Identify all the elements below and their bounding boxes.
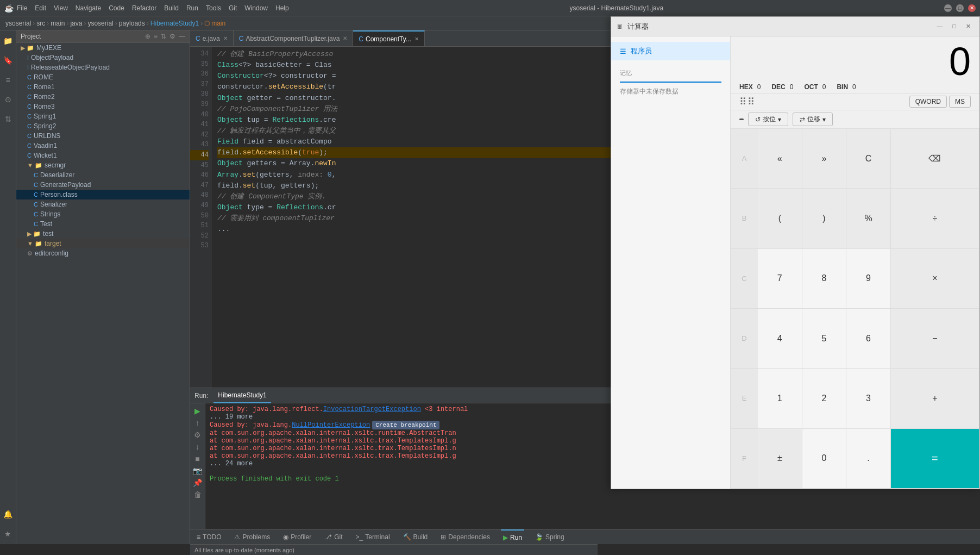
run-trash-icon[interactable]: 🗑 xyxy=(194,490,202,499)
qword-button[interactable]: QWORD xyxy=(909,96,947,108)
breakpoint-tooltip[interactable]: Create breakpoint xyxy=(372,421,439,429)
close-button[interactable]: ✕ xyxy=(968,4,976,12)
menu-run[interactable]: Run xyxy=(186,4,198,12)
tree-item-serializer[interactable]: C Serializer xyxy=(16,199,190,209)
menu-build[interactable]: Build xyxy=(164,4,179,12)
ms-button[interactable]: MS xyxy=(949,96,971,108)
letter-e[interactable]: E xyxy=(731,369,758,428)
minimize-button[interactable]: — xyxy=(944,4,952,12)
restore-button[interactable]: □ xyxy=(956,4,964,12)
menu-git[interactable]: Git xyxy=(229,4,237,12)
tab-run[interactable]: ▶ Run xyxy=(501,529,524,545)
tab-todo[interactable]: ≡ TODO xyxy=(194,529,223,545)
calc-multiply[interactable]: × xyxy=(891,249,979,309)
breadcrumb-item[interactable]: main xyxy=(51,20,65,27)
calc-5[interactable]: 5 xyxy=(802,309,847,369)
shift-button[interactable]: ⇄ 位移 ▾ xyxy=(793,113,833,126)
tree-item-rome1[interactable]: C Rome1 xyxy=(16,82,190,92)
tab-close[interactable]: ✕ xyxy=(343,35,347,41)
letter-f[interactable]: F xyxy=(731,429,758,489)
sidebar-bookmark-icon[interactable]: 🔖 xyxy=(2,54,14,66)
project-settings-icon[interactable]: ⚙ xyxy=(169,33,175,40)
calc-1[interactable]: 1 xyxy=(758,369,802,428)
tree-item-spring2[interactable]: C Spring2 xyxy=(16,121,190,131)
tree-item-rome3[interactable]: C Rome3 xyxy=(16,102,190,111)
project-collapse-icon[interactable]: ≡ xyxy=(154,33,158,40)
tree-item-strings[interactable]: C Strings xyxy=(16,209,190,219)
tree-item-editorconfig[interactable]: ⚙ editorconfig xyxy=(16,248,190,258)
tab-close[interactable]: ✕ xyxy=(414,36,419,42)
breadcrumb-item[interactable]: src xyxy=(36,20,45,27)
project-minimize-icon[interactable]: — xyxy=(179,33,185,40)
tree-item-wicket1[interactable]: C Wicket1 xyxy=(16,151,190,160)
sidebar-notifications-icon[interactable]: 🔔 xyxy=(2,508,14,520)
breadcrumb-item[interactable]: ⬡ xyxy=(204,20,210,27)
breadcrumb-item[interactable]: main xyxy=(211,20,225,27)
sidebar-project-icon[interactable]: 📁 xyxy=(2,35,14,47)
tree-item-test-class[interactable]: C Test xyxy=(16,219,190,229)
letter-a[interactable]: A xyxy=(731,129,758,189)
run-settings-icon[interactable]: ⚙ xyxy=(194,431,201,439)
sidebar-favorites-icon[interactable]: ★ xyxy=(2,528,14,540)
calc-restore-button[interactable]: □ xyxy=(949,22,959,31)
breadcrumb-item[interactable]: payloads xyxy=(119,20,145,27)
tree-item-spring1[interactable]: C Spring1 xyxy=(16,111,190,121)
tree-item-vaadin1[interactable]: C Vaadin1 xyxy=(16,141,190,151)
tree-item-deserializer[interactable]: C Deserializer xyxy=(16,170,190,180)
sidebar-pull-icon[interactable]: ⇅ xyxy=(2,113,14,125)
breadcrumb-item[interactable]: ysoserial xyxy=(5,20,31,27)
calc-8[interactable]: 8 xyxy=(802,249,847,309)
menu-view[interactable]: View xyxy=(54,4,68,12)
calc-3[interactable]: 3 xyxy=(846,369,891,428)
menu-edit[interactable]: Edit xyxy=(35,4,46,12)
calc-modulo[interactable]: % xyxy=(846,189,891,248)
project-sort-icon[interactable]: ⇅ xyxy=(161,33,166,40)
sidebar-commit-icon[interactable]: ⊙ xyxy=(2,93,14,105)
run-stop-icon[interactable]: ■ xyxy=(195,454,199,463)
tab-profiler[interactable]: ◉ Profiler xyxy=(281,529,313,545)
calc-equals[interactable]: = xyxy=(891,429,979,489)
tree-item-test-folder[interactable]: ▶ 📁 test xyxy=(16,229,190,239)
menu-help[interactable]: Help xyxy=(275,4,289,12)
tab-problems[interactable]: ⚠ Problems xyxy=(232,529,272,545)
calc-open-paren[interactable]: ( xyxy=(758,189,802,248)
tree-item-generatepayload[interactable]: C GeneratePayload xyxy=(16,180,190,190)
run-up-icon[interactable]: ↑ xyxy=(196,419,199,427)
calc-6[interactable]: 6 xyxy=(846,309,891,369)
menu-refactor[interactable]: Refactor xyxy=(132,4,156,12)
calc-subtract[interactable]: − xyxy=(891,309,979,369)
tab-e-java[interactable]: C e.java ✕ xyxy=(190,30,234,47)
calc-plusminus[interactable]: ± xyxy=(758,429,802,489)
calc-backspace[interactable]: ⌫ xyxy=(891,129,979,189)
run-camera-icon[interactable]: 📷 xyxy=(193,466,202,475)
calc-7[interactable]: 7 xyxy=(758,249,802,309)
letter-c[interactable]: C xyxy=(731,249,758,309)
tree-item-objectpayload[interactable]: I ObjectPayload xyxy=(16,53,190,63)
breadcrumb-item[interactable]: ysoserial xyxy=(87,20,113,27)
project-locate-icon[interactable]: ⊕ xyxy=(145,33,150,40)
tab-dependencies[interactable]: ⊞ Dependencies xyxy=(438,529,492,545)
tree-item-releaseable[interactable]: I ReleaseableObjectPayload xyxy=(16,63,190,72)
menu-file[interactable]: File xyxy=(17,4,27,12)
menu-code[interactable]: Code xyxy=(109,4,124,12)
calc-add[interactable]: + xyxy=(891,369,979,428)
menu-tools[interactable]: Tools xyxy=(206,4,221,12)
menu-navigate[interactable]: Navigate xyxy=(76,4,101,12)
calc-9[interactable]: 9 xyxy=(846,249,891,309)
letter-d[interactable]: D xyxy=(731,309,758,369)
tab-abstract[interactable]: C AbstractComponentTuplizer.java ✕ xyxy=(234,30,354,47)
breadcrumb-item[interactable]: java xyxy=(70,20,82,27)
tree-item-myJEXE[interactable]: ▶ 📁 MyJEXE xyxy=(16,43,190,53)
tab-terminal[interactable]: >_ Terminal xyxy=(354,529,392,545)
tab-component[interactable]: C ComponentTy... ✕ xyxy=(353,30,425,47)
calc-close-paren[interactable]: ) xyxy=(802,189,847,248)
calc-close-button[interactable]: ✕ xyxy=(963,22,974,31)
run-down-icon[interactable]: ↓ xyxy=(196,442,199,451)
sidebar-structure-icon[interactable]: ≡ xyxy=(2,74,14,86)
calc-2[interactable]: 2 xyxy=(802,369,847,428)
calc-decimal[interactable]: . xyxy=(846,429,891,489)
calc-0[interactable]: 0 xyxy=(802,429,847,489)
calc-4[interactable]: 4 xyxy=(758,309,802,369)
bitwise-button[interactable]: ↺ 按位 ▾ xyxy=(748,113,788,126)
run-pin-icon[interactable]: 📌 xyxy=(193,478,202,487)
